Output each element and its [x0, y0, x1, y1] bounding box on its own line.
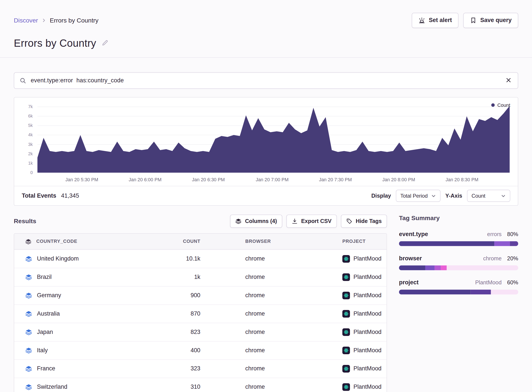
layers-icon [25, 238, 32, 245]
project-cell: PlantMood [301, 347, 386, 355]
svg-text:5k: 5k [28, 123, 33, 128]
table-row[interactable]: France 323 chrome PlantMood [14, 359, 387, 378]
project-name: PlantMood [353, 274, 382, 281]
browser-cell: chrome [200, 256, 301, 262]
project-name: PlantMood [353, 329, 382, 336]
table-row[interactable]: Brazil 1k chrome PlantMood [14, 268, 387, 286]
discover-page: Discover Errors by Country Set alert Sav… [0, 0, 532, 392]
breadcrumb-current: Errors by Country [50, 17, 98, 24]
chevron-right-icon [42, 18, 46, 23]
table-row[interactable]: United Kingdom 10.1k chrome PlantMood [14, 250, 387, 268]
search-icon [20, 77, 26, 84]
layers-icon[interactable] [25, 292, 32, 299]
tag-name: event.type [399, 231, 487, 238]
yaxis-label: Y-Axis [445, 193, 462, 199]
project-cell: PlantMood [301, 273, 386, 281]
browser-cell: chrome [200, 311, 301, 317]
tag-distribution-bar[interactable] [399, 241, 518, 246]
tag-distribution-bar[interactable] [399, 290, 518, 295]
total-events-value: 41,345 [61, 192, 79, 199]
legend-label: Count [497, 102, 510, 108]
plantmood-project-icon [342, 310, 350, 318]
pencil-icon [102, 39, 109, 47]
svg-text:Jan 20 5:30 PM: Jan 20 5:30 PM [65, 177, 98, 182]
browser-cell: chrome [200, 365, 301, 372]
svg-text:Jan 20 8:30 PM: Jan 20 8:30 PM [446, 177, 478, 182]
country-cell: Italy [37, 347, 48, 354]
tag-distribution-bar[interactable] [399, 266, 518, 270]
tag-name: project [399, 279, 475, 286]
page-header: Discover Errors by Country Set alert Sav… [0, 0, 532, 58]
column-header-project[interactable]: PROJECT [301, 239, 386, 244]
count-cell: 323 [141, 365, 200, 372]
plantmood-project-icon [342, 273, 350, 281]
tag-name: browser [399, 255, 483, 262]
svg-text:6k: 6k [28, 114, 33, 118]
count-cell: 823 [141, 329, 200, 336]
edit-title-button[interactable] [101, 38, 109, 48]
column-header-count[interactable]: COUNT [141, 239, 200, 244]
yaxis-select-value: Count [472, 193, 485, 199]
total-events-label: Total Events [22, 192, 56, 199]
clear-search-button[interactable] [505, 76, 512, 85]
display-select-value: Total Period [400, 193, 428, 199]
chart-footer: Total Events 41,345 Display Total Period… [14, 186, 518, 205]
export-csv-button-label: Export CSV [301, 218, 331, 224]
search-input[interactable] [31, 77, 500, 84]
download-icon [291, 218, 297, 224]
events-area-chart: Count 01k2k3k4k5k6k7kJan 20 5:30 PMJan 2… [14, 97, 518, 186]
yaxis-select[interactable]: Count [467, 190, 510, 202]
svg-text:3k: 3k [28, 142, 33, 147]
svg-text:Jan 20 6:30 PM: Jan 20 6:30 PM [192, 177, 225, 182]
table-row[interactable]: Australia 870 chrome PlantMood [14, 305, 387, 323]
save-query-button[interactable]: Save query [463, 13, 518, 28]
table-row[interactable]: Germany 900 chrome PlantMood [14, 286, 387, 305]
export-csv-button[interactable]: Export CSV [286, 215, 337, 228]
project-name: PlantMood [353, 365, 382, 372]
project-name: PlantMood [353, 292, 382, 299]
svg-text:2k: 2k [28, 151, 33, 156]
column-header-country[interactable]: COUNTRY_CODE [36, 239, 77, 244]
country-cell: France [37, 365, 55, 372]
table-row[interactable]: Italy 400 chrome PlantMood [14, 341, 387, 360]
hide-tags-button-label: Hide Tags [356, 218, 382, 224]
tag-percent: 60% [507, 280, 518, 286]
results-section: Results Columns (4) Export CSV Hide T [14, 215, 387, 392]
layers-icon[interactable] [25, 274, 32, 281]
breadcrumb-discover-link[interactable]: Discover [14, 17, 38, 24]
layers-icon[interactable] [25, 311, 32, 317]
plantmood-project-icon [342, 292, 350, 299]
country-cell: Switzerland [37, 384, 67, 391]
browser-cell: chrome [200, 329, 301, 336]
count-cell: 10.1k [141, 256, 200, 262]
layers-icon[interactable] [25, 365, 32, 372]
count-cell: 1k [141, 274, 200, 281]
layers-icon[interactable] [25, 256, 32, 262]
column-header-browser[interactable]: BROWSER [200, 239, 301, 244]
tag-summary-title: Tag Summary [399, 215, 440, 222]
country-cell: Australia [37, 311, 60, 317]
layers-icon[interactable] [25, 384, 32, 391]
layers-icon[interactable] [25, 347, 32, 354]
svg-text:7k: 7k [28, 104, 33, 109]
project-name: PlantMood [353, 347, 382, 354]
columns-button[interactable]: Columns (4) [230, 215, 282, 228]
layers-icon[interactable] [25, 329, 32, 336]
page-title: Errors by Country [14, 37, 96, 49]
display-label: Display [371, 193, 391, 199]
hide-tags-button[interactable]: Hide Tags [341, 215, 387, 228]
table-row[interactable]: Japan 823 chrome PlantMood [14, 323, 387, 341]
svg-text:Jan 20 7:30 PM: Jan 20 7:30 PM [319, 177, 352, 182]
project-name: PlantMood [353, 384, 382, 391]
display-select[interactable]: Total Period [396, 190, 440, 202]
chevron-down-icon [431, 193, 436, 198]
count-cell: 400 [141, 347, 200, 354]
count-cell: 310 [141, 384, 200, 391]
set-alert-button[interactable]: Set alert [412, 13, 459, 28]
tag-summary-panel: Tag Summary event.type errors 80% browse… [399, 215, 518, 295]
siren-icon [418, 17, 426, 24]
project-cell: PlantMood [301, 328, 386, 336]
table-row[interactable]: Switzerland 310 chrome PlantMood [14, 378, 387, 392]
svg-text:Jan 20 6:00 PM: Jan 20 6:00 PM [129, 177, 162, 182]
area-chart-svg: 01k2k3k4k5k6k7kJan 20 5:30 PMJan 20 6:00… [19, 102, 513, 185]
